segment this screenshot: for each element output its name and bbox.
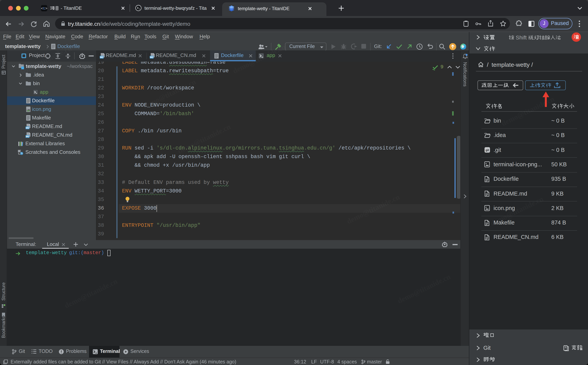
svg-text:MD: MD [26, 127, 29, 129]
svg-text:MD: MD [100, 56, 103, 58]
svg-text:<t>: <t> [41, 7, 47, 11]
svg-text:git: git [485, 148, 489, 152]
svg-text:MD: MD [150, 56, 153, 58]
svg-text:MD: MD [26, 135, 29, 138]
